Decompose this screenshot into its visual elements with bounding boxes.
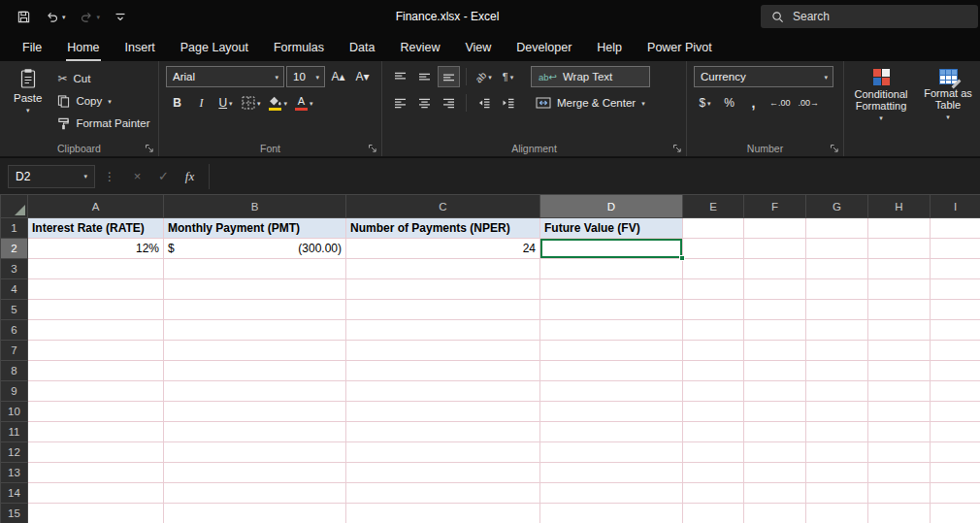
name-box-splitter[interactable]: ⋮ — [95, 170, 124, 183]
cell-A12[interactable] — [28, 442, 164, 463]
cell-D9[interactable] — [540, 381, 683, 402]
cell-B6[interactable] — [164, 320, 346, 341]
column-header-B[interactable]: B — [164, 195, 346, 218]
cell-H9[interactable] — [868, 381, 931, 402]
row-header-15[interactable]: 15 — [1, 504, 28, 523]
column-header-E[interactable]: E — [683, 195, 744, 218]
cell-H14[interactable] — [868, 483, 931, 504]
cell-A14[interactable] — [28, 483, 164, 504]
cell-I14[interactable] — [931, 483, 980, 504]
cell-E4[interactable] — [683, 279, 744, 300]
cell-F14[interactable] — [744, 483, 806, 504]
tab-review[interactable]: Review — [387, 33, 452, 61]
cell-B1[interactable]: Monthly Payment (PMT) — [164, 218, 346, 239]
cell-A9[interactable] — [28, 381, 164, 402]
cell-C5[interactable] — [346, 300, 540, 320]
row-header-1[interactable]: 1 — [1, 218, 28, 239]
enter-icon[interactable]: ✓ — [150, 165, 177, 188]
search-box[interactable]: Search — [761, 5, 978, 28]
copy-button[interactable]: Copy ▾ — [53, 91, 114, 111]
cell-I6[interactable] — [931, 320, 980, 341]
cell-A2[interactable]: 12% — [28, 239, 164, 259]
cell-C1[interactable]: Number of Payments (NPER) — [346, 218, 540, 239]
italic-button[interactable]: I — [190, 92, 212, 114]
cell-C4[interactable] — [346, 279, 540, 300]
cell-D14[interactable] — [540, 483, 683, 504]
cell-F10[interactable] — [744, 402, 806, 422]
cell-F1[interactable] — [744, 218, 806, 239]
format-painter-button[interactable]: Format Painter — [53, 114, 153, 133]
increase-indent-button[interactable] — [497, 92, 519, 114]
cell-G9[interactable] — [806, 381, 868, 402]
cell-I11[interactable] — [931, 422, 980, 442]
save-button[interactable] — [10, 4, 38, 29]
cell-A6[interactable] — [28, 320, 164, 341]
cell-F12[interactable] — [744, 442, 806, 463]
cell-B7[interactable] — [164, 341, 346, 361]
cell-E15[interactable] — [683, 504, 744, 523]
column-header-A[interactable]: A — [28, 195, 164, 218]
row-header-12[interactable]: 12 — [1, 442, 28, 463]
cell-F3[interactable] — [744, 259, 806, 279]
cancel-icon[interactable]: × — [124, 165, 150, 188]
cell-B10[interactable] — [164, 402, 346, 422]
cell-B11[interactable] — [164, 422, 346, 442]
cell-F2[interactable] — [744, 239, 806, 259]
cell-G8[interactable] — [806, 361, 868, 381]
cell-F11[interactable] — [744, 422, 806, 442]
cell-H12[interactable] — [868, 442, 931, 463]
bold-button[interactable]: B — [166, 92, 188, 114]
format-as-table-button[interactable]: Format as Table ▾ — [917, 66, 979, 120]
cell-H13[interactable] — [868, 463, 931, 483]
cell-D6[interactable] — [540, 320, 683, 341]
font-dialog-launcher[interactable] — [366, 142, 379, 154]
cell-D11[interactable] — [540, 422, 683, 442]
cell-G11[interactable] — [806, 422, 868, 442]
undo-button[interactable]: ▾ — [38, 4, 73, 29]
paste-button[interactable]: Paste ▾ — [7, 66, 49, 115]
cell-G12[interactable] — [806, 442, 868, 463]
insert-function-button[interactable]: fx — [177, 165, 203, 188]
row-header-11[interactable]: 11 — [1, 422, 28, 442]
cell-I10[interactable] — [931, 402, 980, 422]
cell-F8[interactable] — [744, 361, 806, 381]
cell-E10[interactable] — [683, 402, 744, 422]
cell-H10[interactable] — [868, 402, 931, 422]
tab-data[interactable]: Data — [337, 33, 387, 61]
cell-I7[interactable] — [931, 341, 980, 361]
cell-E1[interactable] — [683, 218, 744, 239]
cell-C2[interactable]: 24 — [346, 239, 540, 259]
cell-C10[interactable] — [346, 402, 540, 422]
cell-A8[interactable] — [28, 361, 164, 381]
cell-B4[interactable] — [164, 279, 346, 300]
name-box[interactable]: D2 ▾ — [8, 165, 95, 188]
cell-C6[interactable] — [346, 320, 540, 341]
cell-E5[interactable] — [683, 300, 744, 320]
cell-G6[interactable] — [806, 320, 868, 341]
redo-button[interactable]: ▾ — [73, 4, 108, 29]
select-all-button[interactable] — [1, 195, 28, 218]
row-header-5[interactable]: 5 — [1, 300, 28, 320]
row-header-8[interactable]: 8 — [1, 361, 28, 381]
row-header-2[interactable]: 2 — [1, 239, 28, 259]
increase-decimal-button[interactable]: ←.00 — [767, 92, 794, 114]
row-header-10[interactable]: 10 — [1, 402, 28, 422]
underline-button[interactable]: U ▾ — [214, 92, 237, 114]
cell-E3[interactable] — [683, 259, 744, 279]
cell-A3[interactable] — [28, 259, 164, 279]
cell-H3[interactable] — [868, 259, 931, 279]
cell-G4[interactable] — [806, 279, 868, 300]
cell-D4[interactable] — [540, 279, 683, 300]
orientation-button[interactable]: ab ▾ — [473, 66, 495, 87]
cell-G5[interactable] — [806, 300, 868, 320]
cut-button[interactable]: ✂ Cut — [53, 69, 94, 88]
clipboard-dialog-launcher[interactable] — [143, 142, 156, 154]
cell-A1[interactable]: Interest Rate (RATE) — [28, 218, 164, 239]
row-header-3[interactable]: 3 — [1, 259, 28, 279]
cell-F5[interactable] — [744, 300, 806, 320]
cell-D8[interactable] — [540, 361, 683, 381]
cell-I12[interactable] — [931, 442, 980, 463]
cell-G7[interactable] — [806, 341, 868, 361]
row-header-14[interactable]: 14 — [1, 483, 28, 504]
decrease-font-size-button[interactable]: A▾ — [351, 66, 374, 87]
